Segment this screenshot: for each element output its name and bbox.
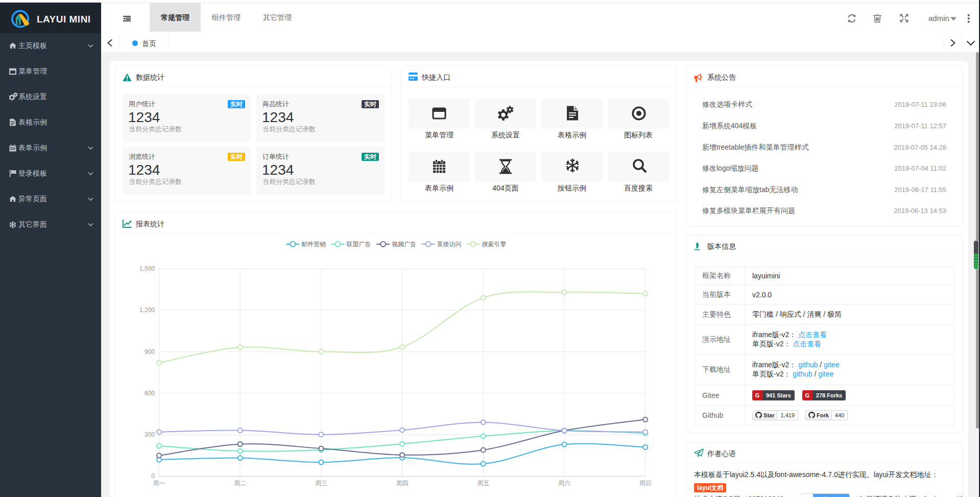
- svg-text:周日: 周日: [639, 480, 652, 487]
- svg-text:视频广告: 视频广告: [391, 241, 416, 248]
- svg-text:1,200: 1,200: [139, 306, 155, 314]
- svg-text:300: 300: [145, 431, 155, 438]
- svg-text:周三: 周三: [315, 480, 327, 487]
- svg-text:周一: 周一: [153, 480, 165, 487]
- svg-text:900: 900: [145, 348, 155, 356]
- svg-text:600: 600: [145, 390, 155, 397]
- svg-text:直接访问: 直接访问: [437, 241, 461, 248]
- svg-text:周二: 周二: [234, 480, 246, 487]
- svg-text:0: 0: [151, 472, 155, 480]
- svg-text:1,500: 1,500: [139, 265, 155, 272]
- svg-text:邮件营销: 邮件营销: [301, 241, 326, 248]
- svg-text:周五: 周五: [477, 480, 489, 487]
- svg-text:周六: 周六: [558, 480, 570, 487]
- svg-text:联盟广告: 联盟广告: [346, 241, 371, 248]
- svg-text:周四: 周四: [396, 480, 409, 487]
- svg-text:搜索引擎: 搜索引擎: [482, 241, 506, 248]
